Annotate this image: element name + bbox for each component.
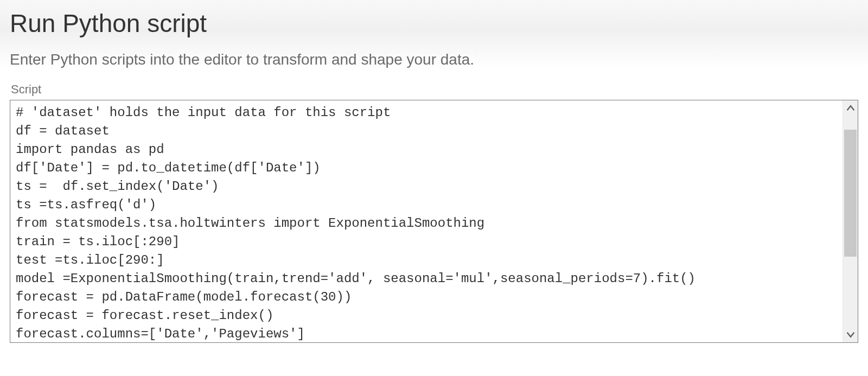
vertical-scrollbar[interactable] [843,100,858,342]
dialog-subtitle: Enter Python scripts into the editor to … [10,51,858,68]
script-editor-container: # 'dataset' holds the input data for thi… [10,100,858,343]
scroll-thumb[interactable] [844,130,857,257]
scroll-down-arrow-icon[interactable] [843,326,858,342]
script-editor[interactable]: # 'dataset' holds the input data for thi… [10,100,843,342]
run-python-script-dialog: Run Python script Enter Python scripts i… [0,0,868,343]
scroll-up-arrow-icon[interactable] [843,100,858,117]
dialog-title: Run Python script [10,9,858,38]
scroll-track[interactable] [843,117,858,326]
script-field-label: Script [11,82,858,97]
